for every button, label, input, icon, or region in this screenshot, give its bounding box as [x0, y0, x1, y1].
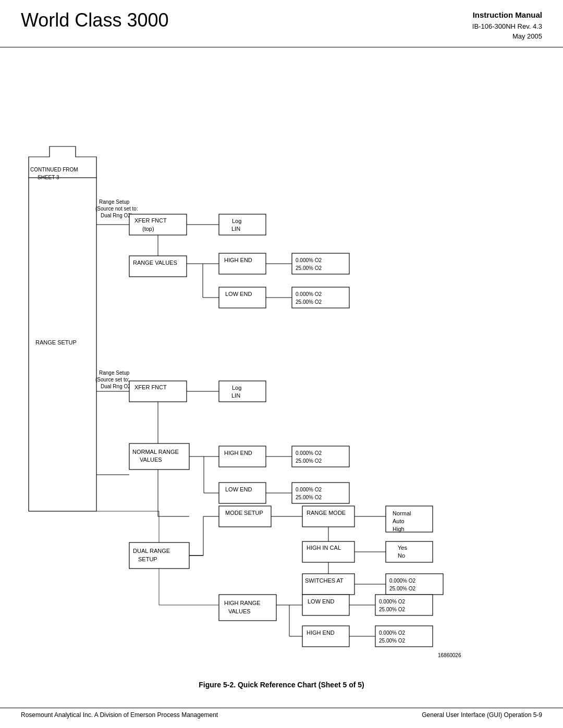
- svg-rect-76: [302, 506, 354, 527]
- diagram-svg: text { font-family: Arial, Helvetica, sa…: [0, 53, 563, 678]
- svg-rect-93: [302, 574, 354, 595]
- svg-text:Yes: Yes: [398, 545, 407, 551]
- svg-text:LOW  END: LOW END: [225, 486, 252, 492]
- svg-text:NORMAL  RANGE: NORMAL RANGE: [132, 449, 179, 455]
- svg-text:16860026: 16860026: [438, 652, 461, 658]
- svg-text:25.00%  O2: 25.00% O2: [296, 265, 322, 271]
- svg-rect-59: [292, 483, 349, 503]
- svg-rect-108: [302, 595, 349, 615]
- diagram-area: text { font-family: Arial, Helvetica, sa…: [0, 53, 563, 678]
- svg-rect-52: [219, 483, 266, 503]
- header: World Class 3000 Instruction Manual IB-1…: [0, 0, 563, 47]
- svg-text:MODE SETUP: MODE SETUP: [225, 510, 263, 516]
- svg-text:HIGH  END: HIGH END: [224, 257, 252, 263]
- svg-text:0.000% O2: 0.000% O2: [296, 487, 322, 492]
- svg-text:RANGE VALUES: RANGE VALUES: [133, 260, 177, 266]
- svg-rect-102: [219, 595, 276, 621]
- svg-text:0.000% O2: 0.000% O2: [389, 578, 415, 584]
- manual-number: IB-106-300NH Rev. 4.3: [472, 21, 542, 32]
- svg-rect-23: [219, 287, 266, 308]
- svg-rect-12: [219, 214, 266, 235]
- svg-rect-26: [292, 253, 349, 274]
- svg-rect-50: [219, 446, 266, 467]
- svg-text:HIGH  IN CAL: HIGH IN CAL: [307, 545, 341, 551]
- svg-rect-70: [219, 506, 271, 527]
- svg-text:Range Setup: Range Setup: [99, 199, 130, 205]
- svg-text:Log: Log: [232, 385, 241, 391]
- svg-text:25.00%  O2: 25.00% O2: [296, 495, 322, 500]
- svg-rect-21: [219, 253, 266, 274]
- svg-rect-30: [292, 287, 349, 308]
- footer-left: Rosemount Analytical Inc. A Division of …: [21, 711, 218, 719]
- svg-text:0.000% O2: 0.000% O2: [379, 630, 405, 636]
- svg-text:25.00%  O2: 25.00% O2: [379, 607, 405, 612]
- svg-text:Auto: Auto: [393, 518, 405, 524]
- svg-text:0.000% O2: 0.000% O2: [296, 450, 322, 456]
- svg-text:VALUES: VALUES: [228, 608, 251, 614]
- svg-text:25.00%  O2: 25.00% O2: [296, 299, 322, 305]
- svg-text:25.00%  O2: 25.00% O2: [379, 638, 405, 644]
- svg-text:LOW  END: LOW END: [308, 598, 334, 604]
- svg-text:XFER  FNCT: XFER FNCT: [134, 384, 167, 390]
- svg-text:LOW  END: LOW END: [225, 291, 252, 297]
- svg-text:(Source not set to:: (Source not set to:: [95, 206, 138, 212]
- svg-text:LIN: LIN: [231, 392, 240, 399]
- svg-text:HIGH  END: HIGH END: [224, 450, 252, 456]
- svg-text:HIGH  END: HIGH END: [307, 630, 335, 636]
- svg-text:SHEET  3: SHEET 3: [38, 175, 59, 180]
- svg-text:Range Setup: Range Setup: [99, 370, 130, 376]
- svg-text:Dual Rng O2): Dual Rng O2): [101, 213, 132, 218]
- svg-text:25.00%  O2: 25.00% O2: [389, 586, 415, 591]
- svg-text:25.00%  O2: 25.00% O2: [296, 458, 322, 464]
- svg-rect-117: [375, 626, 433, 647]
- svg-text:HIGH  RANGE: HIGH RANGE: [224, 600, 261, 606]
- page-title: World Class 3000: [21, 9, 168, 31]
- svg-rect-16: [129, 256, 187, 277]
- svg-text:CONTINUED  FROM: CONTINUED FROM: [30, 167, 78, 172]
- manual-date: May 2005: [472, 31, 542, 42]
- svg-rect-65: [129, 542, 189, 569]
- svg-rect-111: [375, 595, 433, 615]
- svg-rect-90: [386, 541, 433, 562]
- svg-text:RANGE  MODE: RANGE MODE: [307, 510, 346, 516]
- footer-right: General User Interface (GUI) Operation 5…: [422, 711, 542, 719]
- svg-text:No: No: [398, 552, 405, 559]
- header-info: Instruction Manual IB-106-300NH Rev. 4.3…: [472, 9, 542, 42]
- svg-text:Dual Rng O2): Dual Rng O2): [101, 384, 132, 389]
- svg-text:SWITCHES  AT: SWITCHES AT: [305, 577, 344, 584]
- footer: Rosemount Analytical Inc. A Division of …: [0, 708, 563, 719]
- svg-rect-114: [302, 626, 349, 647]
- svg-rect-55: [292, 446, 349, 467]
- svg-text:0.000% O2: 0.000% O2: [296, 291, 322, 297]
- svg-text:0.000% O2: 0.000% O2: [379, 599, 405, 604]
- svg-text:(top): (top): [142, 226, 154, 232]
- figure-caption: Figure 5-2. Quick Reference Chart (Sheet…: [0, 681, 563, 694]
- svg-rect-96: [386, 574, 443, 595]
- svg-text:DUAL RANGE: DUAL RANGE: [133, 548, 170, 554]
- svg-text:Log: Log: [232, 218, 241, 224]
- page: World Class 3000 Instruction Manual IB-1…: [0, 0, 563, 728]
- svg-text:RANGE  SETUP: RANGE SETUP: [35, 339, 77, 346]
- svg-rect-40: [219, 381, 266, 402]
- svg-text:SETUP: SETUP: [138, 556, 157, 562]
- svg-text:XFER  FNCT: XFER FNCT: [134, 217, 167, 224]
- svg-text:LIN: LIN: [231, 226, 240, 232]
- manual-label: Instruction Manual: [472, 9, 542, 21]
- svg-text:0.000% O2: 0.000% O2: [296, 257, 322, 263]
- svg-text:VALUES: VALUES: [140, 456, 162, 463]
- svg-text:(Source set to:: (Source set to:: [95, 377, 129, 382]
- svg-text:High: High: [393, 526, 405, 532]
- svg-text:Normal: Normal: [393, 510, 411, 516]
